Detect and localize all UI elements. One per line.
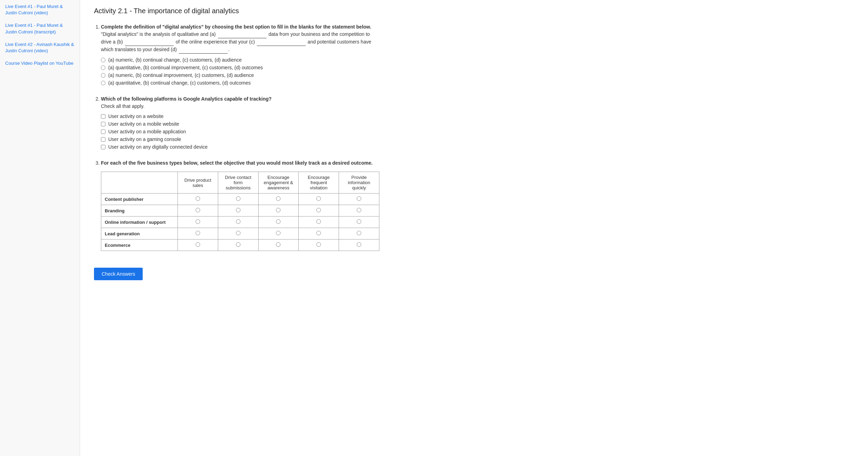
cell-r3-c1: [218, 228, 258, 239]
cell-r3-c2: [258, 228, 299, 239]
questions-list: Complete the definition of "digital anal…: [94, 23, 379, 251]
input-q2-2[interactable]: [101, 129, 105, 134]
radio-r3-c1[interactable]: [236, 231, 240, 235]
blank: [218, 31, 267, 38]
cell-r4-c3: [299, 239, 339, 251]
option-q1-0: (a) numeric, (b) continual change, (c) c…: [101, 57, 379, 63]
radio-r2-c0[interactable]: [196, 219, 200, 224]
radio-r0-c3[interactable]: [316, 196, 321, 201]
link-live-event-1-video[interactable]: Live Event #1 - Paul Muret & Justin Cutr…: [5, 3, 74, 16]
cell-r2-c2: [258, 217, 299, 228]
radio-r2-c2[interactable]: [276, 219, 281, 224]
link-course-video-playlist[interactable]: Course Video Playlist on YouTube: [5, 60, 74, 66]
table-row-4: Ecommerce: [101, 239, 379, 251]
radio-r3-c2[interactable]: [276, 231, 281, 235]
options-list-q1: (a) numeric, (b) continual change, (c) c…: [101, 57, 379, 86]
link-live-event-1-transcript[interactable]: Live Event #1 - Paul Muret & Justin Cutr…: [5, 22, 74, 35]
radio-r2-c1[interactable]: [236, 219, 240, 224]
radio-r4-c2[interactable]: [276, 242, 281, 247]
radio-r4-c4[interactable]: [357, 242, 361, 247]
option-q2-3: User activity on a gaming console: [101, 136, 379, 142]
main-content: Activity 2.1 - The importance of digital…: [80, 0, 393, 456]
option-q2-1: User activity on a mobile website: [101, 121, 379, 127]
cell-r0-c3: [299, 194, 339, 205]
row-label-2: Online information / support: [101, 217, 178, 228]
radio-r1-c3[interactable]: [316, 208, 321, 212]
question-2: Which of the following platforms is Goog…: [101, 95, 379, 150]
blank: [179, 46, 228, 54]
option-label-q2-1: User activity on a mobile website: [108, 121, 179, 127]
cell-r2-c4: [339, 217, 379, 228]
link-live-event-2-video[interactable]: Live Event #2 - Avinash Kaushik & Justin…: [5, 41, 74, 54]
page-title: Activity 2.1 - The importance of digital…: [94, 7, 379, 15]
option-label-q1-1: (a) quantitative, (b) continual improvem…: [108, 65, 263, 70]
input-q1-2[interactable]: [101, 73, 105, 78]
input-q1-0[interactable]: [101, 58, 105, 62]
option-label-q1-3: (a) quantitative, (b) continual change, …: [108, 80, 251, 86]
row-label-3: Lead generation: [101, 228, 178, 239]
radio-r2-c4[interactable]: [357, 219, 361, 224]
cell-r4-c0: [178, 239, 218, 251]
radio-r0-c4[interactable]: [357, 196, 361, 201]
cell-r4-c1: [218, 239, 258, 251]
table-row-1: Branding: [101, 205, 379, 217]
radio-r1-c4[interactable]: [357, 208, 361, 212]
row-label-4: Ecommerce: [101, 239, 178, 251]
cell-r4-c2: [258, 239, 299, 251]
radio-r3-c4[interactable]: [357, 231, 361, 235]
radio-r0-c0[interactable]: [196, 196, 200, 201]
question-subtext-2: Check all that apply.: [101, 103, 379, 110]
radio-r1-c0[interactable]: [196, 208, 200, 212]
input-q1-3[interactable]: [101, 81, 105, 85]
radio-r1-c1[interactable]: [236, 208, 240, 212]
question-3: For each of the five business types belo…: [101, 159, 379, 251]
cell-r1-c4: [339, 205, 379, 217]
cell-r2-c3: [299, 217, 339, 228]
option-q2-0: User activity on a website: [101, 113, 379, 119]
col-header-2: Encourage engagement & awareness: [258, 172, 299, 194]
col-header-0: Drive product sales: [178, 172, 218, 194]
input-q2-3[interactable]: [101, 137, 105, 142]
blank: [125, 38, 174, 46]
radio-r1-c2[interactable]: [276, 208, 281, 212]
question-1: Complete the definition of "digital anal…: [101, 23, 379, 86]
cell-r0-c4: [339, 194, 379, 205]
option-q1-2: (a) numeric, (b) continual improvement, …: [101, 72, 379, 78]
option-q1-1: (a) quantitative, (b) continual improvem…: [101, 65, 379, 70]
option-label-q1-0: (a) numeric, (b) continual change, (c) c…: [108, 57, 242, 63]
cell-r3-c4: [339, 228, 379, 239]
radio-r2-c3[interactable]: [316, 219, 321, 224]
cell-r1-c3: [299, 205, 339, 217]
check-answers-button[interactable]: Check Answers: [94, 268, 143, 280]
option-label-q2-4: User activity on any digitally connected…: [108, 144, 208, 150]
option-q2-4: User activity on any digitally connected…: [101, 144, 379, 150]
cell-r2-c1: [218, 217, 258, 228]
radio-r3-c0[interactable]: [196, 231, 200, 235]
input-q1-1[interactable]: [101, 65, 105, 70]
question-text-3: For each of the five business types belo…: [101, 160, 373, 166]
radio-r4-c1[interactable]: [236, 242, 240, 247]
table-row-0: Content publisher: [101, 194, 379, 205]
cell-r3-c3: [299, 228, 339, 239]
row-label-0: Content publisher: [101, 194, 178, 205]
radio-r4-c3[interactable]: [316, 242, 321, 247]
input-q2-1[interactable]: [101, 122, 105, 126]
cell-r3-c0: [178, 228, 218, 239]
question-text-2: Which of the following platforms is Goog…: [101, 96, 271, 102]
blank: [257, 38, 306, 46]
sidebar: Live Event #1 - Paul Muret & Justin Cutr…: [0, 0, 80, 456]
cell-r1-c2: [258, 205, 299, 217]
option-label-q2-0: User activity on a website: [108, 113, 164, 119]
tracking-table: Drive product salesDrive contact form su…: [101, 172, 379, 251]
table-row-3: Lead generation: [101, 228, 379, 239]
option-q1-3: (a) quantitative, (b) continual change, …: [101, 80, 379, 86]
input-q2-4[interactable]: [101, 145, 105, 149]
radio-r0-c1[interactable]: [236, 196, 240, 201]
radio-r4-c0[interactable]: [196, 242, 200, 247]
radio-r3-c3[interactable]: [316, 231, 321, 235]
cell-r1-c1: [218, 205, 258, 217]
input-q2-0[interactable]: [101, 114, 105, 119]
radio-r0-c2[interactable]: [276, 196, 281, 201]
col-header-1: Drive contact form submissions: [218, 172, 258, 194]
cell-r2-c0: [178, 217, 218, 228]
